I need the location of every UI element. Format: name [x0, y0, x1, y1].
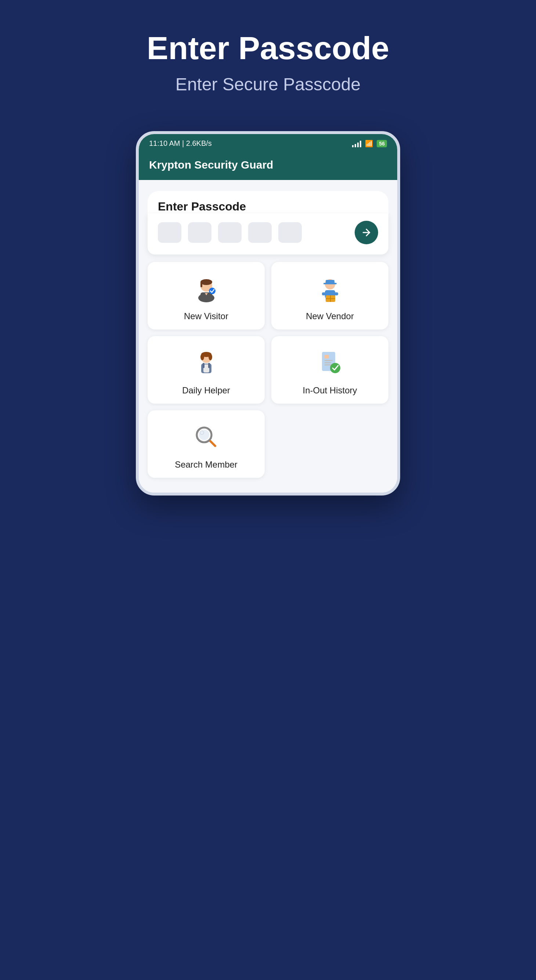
svg-rect-16: [335, 293, 338, 295]
passcode-dot-2[interactable]: [188, 222, 211, 243]
svg-point-30: [330, 363, 340, 373]
passcode-section: [147, 213, 389, 255]
status-icons: 📶 56: [352, 140, 387, 148]
new-visitor-card[interactable]: New Visitor: [147, 262, 265, 329]
svg-point-20: [209, 354, 212, 360]
svg-rect-27: [325, 360, 333, 361]
cards-grid: New Visitor: [147, 262, 389, 404]
app-header: Krypton Security Guard: [139, 153, 397, 180]
search-member-label: Search Member: [175, 460, 238, 470]
submit-arrow-button[interactable]: [355, 221, 378, 244]
page-subtitle: Enter Secure Passcode: [176, 74, 360, 94]
new-visitor-icon-area: [190, 272, 223, 305]
new-vendor-label: New Vendor: [306, 311, 354, 321]
svg-rect-10: [324, 283, 337, 284]
page-title: Enter Passcode: [147, 29, 389, 67]
search-member-icon-area: [190, 421, 223, 453]
in-out-history-icon-area: [314, 346, 347, 379]
svg-rect-4: [200, 282, 202, 287]
svg-line-35: [209, 441, 215, 446]
daily-helper-label: Daily Helper: [182, 385, 230, 396]
svg-rect-24: [208, 363, 210, 368]
svg-point-7: [209, 288, 216, 294]
in-out-history-label: In-Out History: [303, 385, 357, 396]
app-header-title: Krypton Security Guard: [149, 159, 273, 171]
svg-point-19: [200, 354, 204, 360]
new-visitor-label: New Visitor: [184, 311, 228, 321]
status-time: 11:10 AM | 2.6KB/s: [149, 139, 212, 148]
passcode-dots[interactable]: [158, 222, 302, 243]
status-bar: 11:10 AM | 2.6KB/s 📶 56: [139, 134, 397, 153]
single-card-row: Search Member: [147, 410, 389, 478]
daily-helper-icon: [192, 348, 221, 378]
daily-helper-card[interactable]: Daily Helper: [147, 336, 265, 404]
app-content: Enter Passcode: [139, 180, 397, 493]
svg-rect-23: [203, 363, 205, 368]
battery-icon: 56: [377, 140, 387, 147]
arrow-right-icon: [361, 227, 372, 238]
search-member-card[interactable]: Search Member: [147, 410, 265, 478]
in-out-history-icon: [316, 348, 345, 378]
new-vendor-icon: [316, 274, 345, 304]
svg-rect-15: [322, 293, 326, 295]
search-member-icon: [192, 422, 221, 452]
daily-helper-icon-area: [190, 346, 223, 379]
svg-rect-26: [325, 355, 329, 358]
phone-mockup: 11:10 AM | 2.6KB/s 📶 56 Krypton Security…: [136, 131, 400, 495]
svg-rect-29: [325, 364, 332, 366]
signal-icon: [352, 140, 361, 147]
wifi-icon: 📶: [365, 140, 373, 148]
passcode-dot-4[interactable]: [248, 222, 272, 243]
new-vendor-card[interactable]: New Vendor: [271, 262, 389, 329]
in-out-history-card[interactable]: In-Out History: [271, 336, 389, 404]
svg-rect-28: [325, 362, 331, 363]
new-vendor-icon-area: [314, 272, 347, 305]
passcode-dot-1[interactable]: [158, 222, 181, 243]
passcode-dot-5[interactable]: [278, 222, 302, 243]
enter-passcode-heading: Enter Passcode: [147, 191, 389, 213]
passcode-dot-3[interactable]: [218, 222, 241, 243]
new-visitor-icon: [192, 274, 221, 304]
